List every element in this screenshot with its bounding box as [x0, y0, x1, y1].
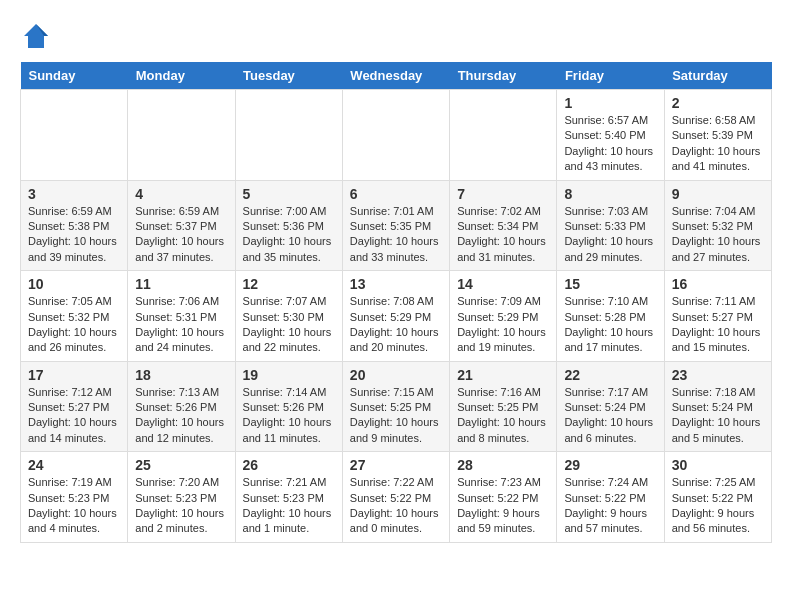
weekday-header: Friday	[557, 62, 664, 90]
calendar-row: 17Sunrise: 7:12 AM Sunset: 5:27 PM Dayli…	[21, 361, 772, 452]
day-number: 29	[564, 457, 656, 473]
cell-text: Sunrise: 7:13 AM Sunset: 5:26 PM Dayligh…	[135, 385, 227, 447]
day-number: 2	[672, 95, 764, 111]
calendar-table: SundayMondayTuesdayWednesdayThursdayFrid…	[20, 62, 772, 543]
cell-text: Sunrise: 7:18 AM Sunset: 5:24 PM Dayligh…	[672, 385, 764, 447]
cell-text: Sunrise: 7:23 AM Sunset: 5:22 PM Dayligh…	[457, 475, 549, 537]
weekday-header: Thursday	[450, 62, 557, 90]
logo-icon	[20, 20, 52, 52]
calendar-row: 24Sunrise: 7:19 AM Sunset: 5:23 PM Dayli…	[21, 452, 772, 543]
calendar-cell: 12Sunrise: 7:07 AM Sunset: 5:30 PM Dayli…	[235, 271, 342, 362]
calendar-cell: 15Sunrise: 7:10 AM Sunset: 5:28 PM Dayli…	[557, 271, 664, 362]
calendar-cell: 24Sunrise: 7:19 AM Sunset: 5:23 PM Dayli…	[21, 452, 128, 543]
calendar-cell: 4Sunrise: 6:59 AM Sunset: 5:37 PM Daylig…	[128, 180, 235, 271]
cell-text: Sunrise: 7:24 AM Sunset: 5:22 PM Dayligh…	[564, 475, 656, 537]
weekday-header: Monday	[128, 62, 235, 90]
cell-text: Sunrise: 7:01 AM Sunset: 5:35 PM Dayligh…	[350, 204, 442, 266]
day-number: 28	[457, 457, 549, 473]
calendar-cell: 21Sunrise: 7:16 AM Sunset: 5:25 PM Dayli…	[450, 361, 557, 452]
cell-text: Sunrise: 7:09 AM Sunset: 5:29 PM Dayligh…	[457, 294, 549, 356]
calendar-cell: 3Sunrise: 6:59 AM Sunset: 5:38 PM Daylig…	[21, 180, 128, 271]
calendar-cell	[128, 90, 235, 181]
day-number: 11	[135, 276, 227, 292]
cell-text: Sunrise: 7:12 AM Sunset: 5:27 PM Dayligh…	[28, 385, 120, 447]
cell-text: Sunrise: 7:19 AM Sunset: 5:23 PM Dayligh…	[28, 475, 120, 537]
calendar-cell: 16Sunrise: 7:11 AM Sunset: 5:27 PM Dayli…	[664, 271, 771, 362]
calendar-cell: 5Sunrise: 7:00 AM Sunset: 5:36 PM Daylig…	[235, 180, 342, 271]
cell-text: Sunrise: 7:07 AM Sunset: 5:30 PM Dayligh…	[243, 294, 335, 356]
day-number: 20	[350, 367, 442, 383]
calendar-cell: 30Sunrise: 7:25 AM Sunset: 5:22 PM Dayli…	[664, 452, 771, 543]
day-number: 25	[135, 457, 227, 473]
cell-text: Sunrise: 7:05 AM Sunset: 5:32 PM Dayligh…	[28, 294, 120, 356]
calendar-cell: 17Sunrise: 7:12 AM Sunset: 5:27 PM Dayli…	[21, 361, 128, 452]
calendar-cell: 19Sunrise: 7:14 AM Sunset: 5:26 PM Dayli…	[235, 361, 342, 452]
calendar-cell: 11Sunrise: 7:06 AM Sunset: 5:31 PM Dayli…	[128, 271, 235, 362]
calendar-cell: 29Sunrise: 7:24 AM Sunset: 5:22 PM Dayli…	[557, 452, 664, 543]
calendar-cell: 27Sunrise: 7:22 AM Sunset: 5:22 PM Dayli…	[342, 452, 449, 543]
calendar-row: 3Sunrise: 6:59 AM Sunset: 5:38 PM Daylig…	[21, 180, 772, 271]
calendar-cell	[21, 90, 128, 181]
calendar-cell: 18Sunrise: 7:13 AM Sunset: 5:26 PM Dayli…	[128, 361, 235, 452]
day-number: 8	[564, 186, 656, 202]
calendar-cell: 14Sunrise: 7:09 AM Sunset: 5:29 PM Dayli…	[450, 271, 557, 362]
weekday-header: Saturday	[664, 62, 771, 90]
cell-text: Sunrise: 7:10 AM Sunset: 5:28 PM Dayligh…	[564, 294, 656, 356]
calendar-cell: 26Sunrise: 7:21 AM Sunset: 5:23 PM Dayli…	[235, 452, 342, 543]
day-number: 1	[564, 95, 656, 111]
cell-text: Sunrise: 7:25 AM Sunset: 5:22 PM Dayligh…	[672, 475, 764, 537]
weekday-header: Sunday	[21, 62, 128, 90]
calendar-cell: 8Sunrise: 7:03 AM Sunset: 5:33 PM Daylig…	[557, 180, 664, 271]
cell-text: Sunrise: 7:14 AM Sunset: 5:26 PM Dayligh…	[243, 385, 335, 447]
cell-text: Sunrise: 6:58 AM Sunset: 5:39 PM Dayligh…	[672, 113, 764, 175]
calendar-cell: 25Sunrise: 7:20 AM Sunset: 5:23 PM Dayli…	[128, 452, 235, 543]
calendar-cell: 2Sunrise: 6:58 AM Sunset: 5:39 PM Daylig…	[664, 90, 771, 181]
day-number: 18	[135, 367, 227, 383]
calendar-cell: 1Sunrise: 6:57 AM Sunset: 5:40 PM Daylig…	[557, 90, 664, 181]
day-number: 16	[672, 276, 764, 292]
day-number: 6	[350, 186, 442, 202]
day-number: 26	[243, 457, 335, 473]
calendar-cell: 13Sunrise: 7:08 AM Sunset: 5:29 PM Dayli…	[342, 271, 449, 362]
header	[20, 20, 772, 52]
calendar-cell	[342, 90, 449, 181]
cell-text: Sunrise: 7:11 AM Sunset: 5:27 PM Dayligh…	[672, 294, 764, 356]
day-number: 9	[672, 186, 764, 202]
cell-text: Sunrise: 6:59 AM Sunset: 5:37 PM Dayligh…	[135, 204, 227, 266]
weekday-header: Tuesday	[235, 62, 342, 90]
cell-text: Sunrise: 6:59 AM Sunset: 5:38 PM Dayligh…	[28, 204, 120, 266]
calendar-cell: 10Sunrise: 7:05 AM Sunset: 5:32 PM Dayli…	[21, 271, 128, 362]
calendar-row: 10Sunrise: 7:05 AM Sunset: 5:32 PM Dayli…	[21, 271, 772, 362]
cell-text: Sunrise: 7:16 AM Sunset: 5:25 PM Dayligh…	[457, 385, 549, 447]
calendar-cell: 7Sunrise: 7:02 AM Sunset: 5:34 PM Daylig…	[450, 180, 557, 271]
cell-text: Sunrise: 7:03 AM Sunset: 5:33 PM Dayligh…	[564, 204, 656, 266]
day-number: 17	[28, 367, 120, 383]
calendar-cell: 20Sunrise: 7:15 AM Sunset: 5:25 PM Dayli…	[342, 361, 449, 452]
day-number: 12	[243, 276, 335, 292]
day-number: 7	[457, 186, 549, 202]
day-number: 30	[672, 457, 764, 473]
cell-text: Sunrise: 7:21 AM Sunset: 5:23 PM Dayligh…	[243, 475, 335, 537]
calendar-header: SundayMondayTuesdayWednesdayThursdayFrid…	[21, 62, 772, 90]
day-number: 5	[243, 186, 335, 202]
day-number: 3	[28, 186, 120, 202]
day-number: 4	[135, 186, 227, 202]
weekday-header: Wednesday	[342, 62, 449, 90]
day-number: 22	[564, 367, 656, 383]
day-number: 10	[28, 276, 120, 292]
calendar-row: 1Sunrise: 6:57 AM Sunset: 5:40 PM Daylig…	[21, 90, 772, 181]
cell-text: Sunrise: 7:17 AM Sunset: 5:24 PM Dayligh…	[564, 385, 656, 447]
calendar-cell: 9Sunrise: 7:04 AM Sunset: 5:32 PM Daylig…	[664, 180, 771, 271]
cell-text: Sunrise: 7:20 AM Sunset: 5:23 PM Dayligh…	[135, 475, 227, 537]
cell-text: Sunrise: 7:15 AM Sunset: 5:25 PM Dayligh…	[350, 385, 442, 447]
calendar-cell: 28Sunrise: 7:23 AM Sunset: 5:22 PM Dayli…	[450, 452, 557, 543]
calendar-cell	[450, 90, 557, 181]
cell-text: Sunrise: 6:57 AM Sunset: 5:40 PM Dayligh…	[564, 113, 656, 175]
cell-text: Sunrise: 7:08 AM Sunset: 5:29 PM Dayligh…	[350, 294, 442, 356]
day-number: 19	[243, 367, 335, 383]
logo	[20, 20, 56, 52]
calendar-cell: 6Sunrise: 7:01 AM Sunset: 5:35 PM Daylig…	[342, 180, 449, 271]
cell-text: Sunrise: 7:04 AM Sunset: 5:32 PM Dayligh…	[672, 204, 764, 266]
cell-text: Sunrise: 7:06 AM Sunset: 5:31 PM Dayligh…	[135, 294, 227, 356]
calendar-cell: 22Sunrise: 7:17 AM Sunset: 5:24 PM Dayli…	[557, 361, 664, 452]
